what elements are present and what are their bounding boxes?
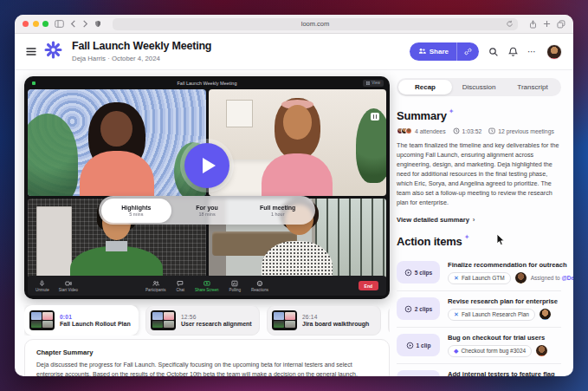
action-item-title: Bug on checkout for trial users	[448, 334, 547, 342]
chapter-list: 0:01 Fall Launch Rollout Plan 12:56 User…	[24, 305, 390, 336]
participants-icon	[152, 280, 159, 287]
minimize-window-button[interactable]	[33, 21, 39, 27]
chapter-thumbnail	[29, 310, 55, 330]
forward-icon[interactable]	[82, 20, 88, 28]
shield-icon[interactable]	[94, 20, 101, 28]
address-bar[interactable]: loom.com	[113, 18, 518, 30]
attendee-avatars	[397, 127, 412, 134]
participant-tile-2	[209, 89, 387, 196]
sparkle-icon: ✦	[449, 108, 455, 115]
assignee-avatar[interactable]	[540, 309, 551, 320]
play-icon	[203, 158, 216, 173]
meeting-title: Fall Launch Weekly Meeting	[24, 81, 390, 86]
participants-button[interactable]: Participants	[145, 280, 166, 292]
more-options-icon[interactable]: ⋯	[527, 47, 537, 56]
loom-logo[interactable]	[44, 41, 62, 62]
segment-highlights[interactable]: Highlights 5 mins	[101, 199, 172, 223]
reactions-button[interactable]: Reactions	[251, 280, 268, 292]
tab-overview-icon[interactable]	[557, 20, 565, 29]
new-tab-icon[interactable]	[543, 20, 551, 28]
clips-pill[interactable]: 1 clip	[397, 334, 440, 356]
doc-tag-chip[interactable]: ✕ Fall Launch GTM	[448, 272, 511, 284]
assigned-label: Assigned to @Deja Harris	[531, 275, 573, 281]
play-clips-icon	[406, 342, 414, 349]
previous-meetings-meta: 12 previous meetings	[488, 127, 554, 134]
jira-icon: ◆	[454, 348, 458, 354]
browser-chrome: loom.com	[15, 15, 573, 34]
chapter-card[interactable]	[388, 305, 390, 336]
action-item: 5 clips Finalize recommendation for outr…	[397, 255, 561, 290]
play-button[interactable]	[184, 143, 229, 188]
search-icon[interactable]	[488, 47, 499, 57]
sparkle-icon: ✦	[464, 234, 470, 241]
start-video-button[interactable]: Start Video	[59, 280, 78, 292]
view-button[interactable]: View	[363, 80, 384, 87]
assignee-avatar[interactable]	[515, 272, 527, 283]
reactions-icon	[256, 280, 263, 287]
participant-tile-1	[28, 89, 206, 196]
share-screen-button[interactable]: Share Screen	[195, 280, 219, 292]
chapter-card[interactable]: 26:14 Jira board walkthrough	[267, 305, 381, 336]
meeting-titlebar: Fall Launch Weekly Meeting View	[24, 76, 390, 89]
page-byline: Deja Harris · October 4, 2024	[72, 55, 211, 63]
action-items-heading: Action items	[397, 235, 462, 248]
clips-pill[interactable]: 5 clips	[397, 261, 440, 283]
tab-discussion[interactable]: Discussion	[452, 80, 506, 94]
chapter-card[interactable]: 12:56 User research alignment	[145, 305, 260, 336]
tab-transcript[interactable]: Transcript	[506, 80, 559, 94]
share-button[interactable]: Share	[410, 42, 479, 61]
clips-pill[interactable]: 1 clip	[397, 370, 440, 376]
close-window-button[interactable]	[23, 21, 29, 27]
segment-for-you[interactable]: For you 18 mins	[171, 199, 242, 223]
assignee-link[interactable]: @Deja Harris	[562, 275, 573, 281]
page-title: Fall Launch Weekly Meeting	[72, 40, 211, 54]
playback-mode-switcher: Highlights 5 mins For you 18 mins Full m…	[99, 196, 315, 225]
reload-icon[interactable]	[506, 20, 514, 28]
url-text: loom.com	[301, 20, 330, 28]
copy-link-button[interactable]	[456, 42, 479, 61]
end-meeting-button[interactable]: End	[359, 281, 378, 290]
microphone-icon	[39, 280, 45, 287]
mouse-cursor	[496, 233, 506, 246]
chapter-card[interactable]: 0:01 Fall Launch Rollout Plan	[24, 305, 139, 336]
unmute-button[interactable]: Unmute	[36, 280, 49, 292]
chapter-thumbnail	[272, 310, 297, 330]
app-header: Fall Launch Weekly Meeting Deja Harris ·…	[15, 34, 573, 70]
recap-panel: Recap Discussion Transcript Summary ✦ 4 …	[397, 78, 561, 376]
duration-meta: 1:03:52	[453, 127, 482, 134]
polling-button[interactable]: Polling	[229, 280, 242, 292]
chevron-right-icon: ›	[473, 216, 475, 224]
segment-full-meeting[interactable]: Full meeting 1 hour	[242, 199, 313, 223]
gallery-toggle-icon[interactable]	[371, 113, 379, 121]
window-controls[interactable]	[23, 21, 48, 27]
export-share-icon[interactable]	[529, 20, 537, 29]
view-detailed-summary-link[interactable]: View detailed summary ›	[397, 216, 561, 224]
menu-icon[interactable]	[26, 48, 36, 55]
chapter-summary-card: Chapter Summary Deja discussed the progr…	[24, 339, 390, 376]
tab-recap[interactable]: Recap	[398, 80, 452, 94]
meeting-meta: 4 attendees 1:03:52 12 previous meetings	[397, 127, 561, 134]
meetings-icon	[488, 127, 495, 134]
maximize-window-button[interactable]	[42, 21, 48, 27]
clock-icon	[453, 127, 460, 134]
action-item-title: Add internal testers to feature flag	[448, 370, 555, 376]
action-item: 2 clips Revise research plan for enterpr…	[397, 290, 561, 327]
chat-button[interactable]: Chat	[176, 280, 184, 292]
back-icon[interactable]	[70, 20, 76, 28]
notifications-icon[interactable]	[508, 47, 518, 57]
user-avatar[interactable]	[546, 44, 562, 60]
panel-tabs: Recap Discussion Transcript	[397, 78, 561, 96]
camera-icon	[65, 280, 72, 287]
video-player[interactable]: Fall Launch Weekly Meeting View	[24, 76, 390, 299]
action-item-title: Revise research plan for enterprise	[448, 297, 558, 305]
action-item-title: Finalize recommendation for outreach	[448, 261, 561, 269]
clips-pill[interactable]: 2 clips	[397, 297, 440, 320]
action-item: 1 clip Add internal testers to feature f…	[397, 363, 561, 376]
attendees-meta: 4 attendees	[397, 127, 446, 134]
confluence-icon: ✕	[454, 311, 459, 317]
doc-tag-chip[interactable]: ✕ Fall Launch Research Plan	[448, 309, 535, 321]
assignee-avatar[interactable]	[536, 345, 547, 356]
bug-tag-chip[interactable]: ◆ Checkout form bug #3024	[448, 345, 532, 357]
sidebar-icon[interactable]	[55, 20, 64, 28]
chat-icon	[177, 280, 184, 287]
